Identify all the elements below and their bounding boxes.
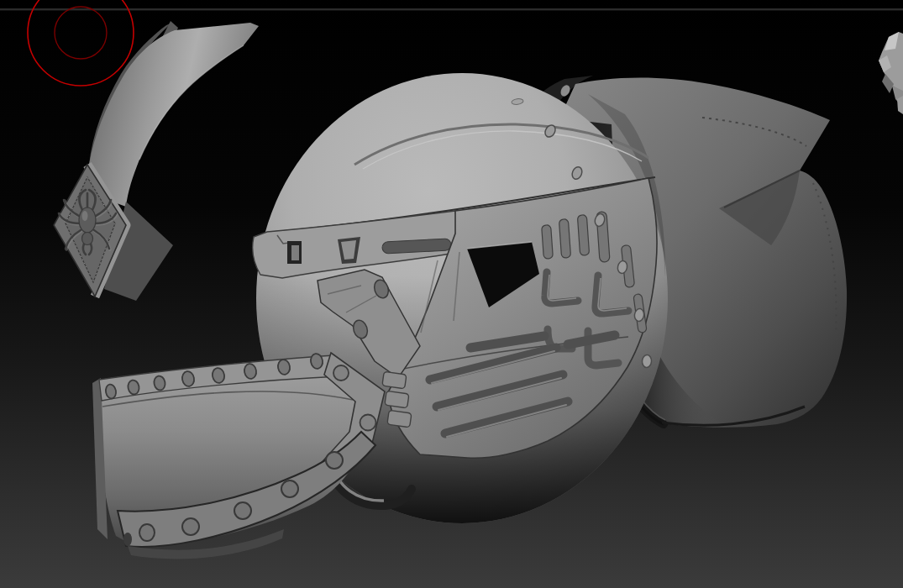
sculpt-canvas[interactable] — [0, 0, 903, 588]
sculpt-viewport[interactable] — [0, 0, 903, 588]
canvas-top-line — [0, 8, 903, 10]
